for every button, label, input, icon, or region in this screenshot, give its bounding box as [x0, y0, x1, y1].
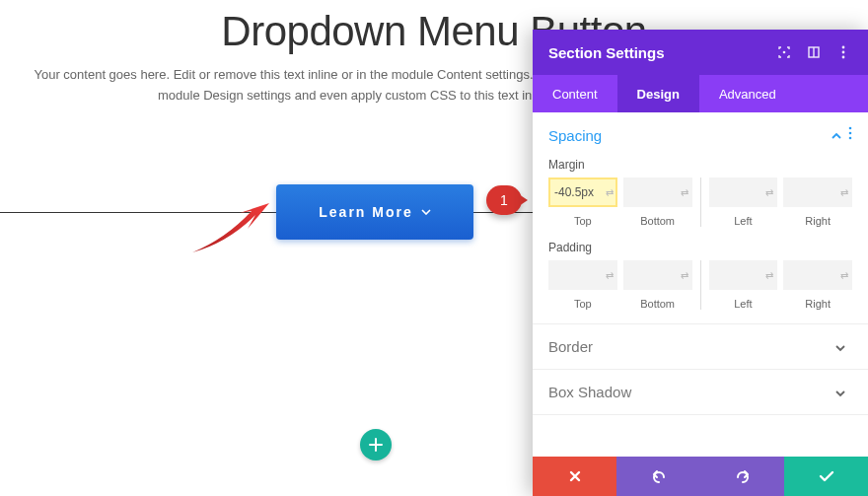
- learn-more-label: Learn More: [319, 204, 412, 220]
- margin-right-input[interactable]: [783, 177, 852, 207]
- margin-left-input[interactable]: [709, 177, 778, 207]
- callout-marker: 1: [486, 185, 522, 215]
- svg-point-8: [849, 137, 852, 140]
- undo-icon: [651, 469, 667, 483]
- plus-icon: [369, 438, 383, 452]
- section-spacing-header[interactable]: Spacing: [548, 126, 852, 144]
- annotation-arrow-icon: [182, 197, 276, 256]
- side-label-bottom: Bottom: [640, 215, 675, 227]
- svg-point-4: [842, 51, 845, 54]
- side-label-top: Top: [574, 298, 592, 310]
- panel-title: Section Settings: [548, 44, 769, 61]
- side-label-bottom: Bottom: [640, 298, 675, 310]
- side-label-top: Top: [574, 215, 592, 227]
- side-label-left: Left: [734, 215, 752, 227]
- chevron-down-icon: [834, 339, 846, 355]
- section-spacing-label: Spacing: [548, 127, 831, 144]
- margin-bottom-input[interactable]: [623, 177, 692, 207]
- panel-header: Section Settings: [533, 30, 868, 75]
- tab-content[interactable]: Content: [533, 75, 617, 112]
- save-button[interactable]: [784, 457, 868, 496]
- tab-advanced[interactable]: Advanced: [699, 75, 796, 112]
- section-border[interactable]: Border: [533, 324, 868, 370]
- svg-point-7: [849, 132, 852, 135]
- discard-button[interactable]: [533, 457, 616, 496]
- svg-point-5: [842, 56, 845, 59]
- padding-label: Padding: [548, 241, 852, 254]
- panel-body: Spacing Margin ⇄ Top: [533, 112, 868, 457]
- field-separator: [700, 177, 701, 227]
- padding-left-input[interactable]: [709, 260, 778, 290]
- side-label-right: Right: [805, 298, 831, 310]
- padding-bottom-input[interactable]: [623, 260, 692, 290]
- add-section-button[interactable]: [360, 429, 392, 461]
- side-label-left: Left: [734, 298, 752, 310]
- close-icon: [568, 469, 582, 483]
- margin-fields: ⇄ Top ⇄ Bottom: [548, 177, 852, 227]
- undo-button[interactable]: [616, 457, 700, 496]
- margin-label: Margin: [548, 158, 852, 172]
- tab-design[interactable]: Design: [617, 75, 699, 112]
- section-options-icon[interactable]: [848, 126, 852, 144]
- section-settings-panel: Section Settings Content Design Advanced…: [533, 30, 868, 496]
- section-spacing: Spacing Margin ⇄ Top: [533, 112, 868, 324]
- expand-icon[interactable]: [799, 37, 829, 67]
- section-box-shadow-label: Box Shadow: [548, 384, 834, 400]
- section-box-shadow[interactable]: Box Shadow: [533, 370, 868, 415]
- padding-fields: ⇄ Top ⇄ Bottom: [548, 260, 852, 310]
- svg-point-3: [842, 46, 845, 49]
- callout-number: 1: [486, 185, 522, 215]
- redo-icon: [735, 469, 751, 483]
- svg-point-6: [849, 127, 852, 130]
- kebab-menu-icon[interactable]: [829, 37, 858, 67]
- padding-top-input[interactable]: [548, 260, 617, 290]
- margin-top-input[interactable]: [548, 177, 617, 207]
- learn-more-button[interactable]: Learn More: [276, 184, 473, 240]
- panel-tabs: Content Design Advanced: [533, 75, 868, 112]
- redo-button[interactable]: [700, 457, 784, 496]
- panel-footer: [533, 457, 868, 496]
- field-separator: [700, 260, 701, 310]
- chevron-down-icon: [834, 385, 846, 400]
- chevron-up-icon: [831, 127, 842, 143]
- side-label-right: Right: [805, 215, 831, 227]
- chevron-down-icon: [421, 209, 431, 215]
- padding-right-input[interactable]: [783, 260, 852, 290]
- check-icon: [819, 470, 834, 482]
- section-border-label: Border: [548, 338, 834, 355]
- svg-point-0: [783, 51, 786, 54]
- focus-icon[interactable]: [769, 37, 799, 67]
